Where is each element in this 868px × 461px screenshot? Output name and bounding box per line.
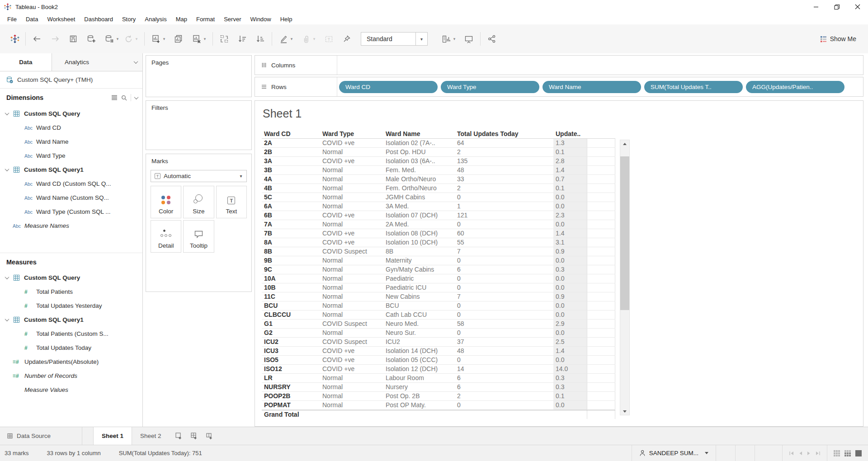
cell[interactable]: 0 [455, 310, 553, 319]
row-header[interactable]: 2A [262, 139, 320, 147]
field-total-updates-yesterday[interactable]: #Total Updates Yesterday [0, 299, 142, 313]
cell[interactable]: Gyn/Maty Cabins [383, 265, 455, 274]
field-measure-names[interactable]: AbcMeasure Names [0, 219, 142, 233]
swap-rows-columns-icon[interactable] [218, 32, 230, 46]
table-row-2a[interactable]: 2ACOVID +veIsolation 02 (7A-..641.3 [262, 139, 615, 148]
scroll-up-button[interactable] [620, 140, 629, 147]
previous-icon[interactable] [799, 451, 802, 456]
cell[interactable]: Labour Room [383, 374, 455, 382]
cell[interactable]: Normal [320, 301, 383, 310]
cell[interactable]: Normal [320, 193, 383, 202]
field-ward-name[interactable]: AbcWard Name [0, 135, 142, 149]
row-header[interactable]: 8B [262, 247, 320, 256]
table-row-6a[interactable]: 6ANormal3A Med.10.0 [262, 202, 615, 211]
cell[interactable]: 7 [455, 247, 553, 256]
refresh-caret[interactable]: ▾ [134, 37, 139, 41]
row-header[interactable]: 4A [262, 175, 320, 183]
cell[interactable]: Male Ortho/Neuro [383, 175, 455, 183]
cell[interactable]: 0.3 [553, 374, 587, 382]
menu-story[interactable]: Story [118, 14, 140, 24]
field-updates-patients-absolute[interactable]: =#Updates/Patients(Absolute) [0, 355, 142, 369]
new-dashboard-button[interactable] [188, 430, 201, 442]
size-button[interactable]: Size [183, 186, 214, 218]
new-data-source-icon[interactable] [85, 32, 97, 46]
cell[interactable]: 48 [455, 347, 553, 355]
row-header[interactable]: 5C [262, 193, 320, 202]
highlight-caret[interactable]: ▾ [289, 37, 294, 41]
cell[interactable]: Isolation 12 (DCH) [383, 365, 455, 373]
data-source-item[interactable]: Custom SQL Query+ (TMH) [0, 71, 142, 89]
cell[interactable]: 2A Med. [383, 220, 455, 229]
cell[interactable]: 0.0 [553, 220, 587, 229]
table-row-popmat[interactable]: POPMATNormalPost OP Maty.00.0 [262, 401, 615, 410]
table-row-iso12[interactable]: ISO12COVID +veIsolation 12 (DCH)1414.0 [262, 365, 615, 374]
row-header[interactable]: NURSRY [262, 383, 320, 391]
cell[interactable]: 0 [455, 329, 553, 337]
mark-type-caret[interactable]: ▾ [236, 174, 246, 179]
cell[interactable]: 0 [455, 274, 553, 283]
cell[interactable]: Normal [320, 265, 383, 274]
redo-icon[interactable] [49, 32, 61, 46]
row-header[interactable]: G1 [262, 320, 320, 328]
field-group-custom-sql-query1[interactable]: Custom SQL Query1 [0, 313, 142, 327]
sort-ascending-icon[interactable] [236, 32, 248, 46]
cell[interactable]: COVID +ve [320, 365, 383, 373]
column-header-ward-type[interactable]: Ward Type [320, 129, 383, 138]
cell[interactable]: JGMH Cabins [383, 193, 455, 202]
row-header[interactable]: 10A [262, 274, 320, 283]
row-header[interactable]: BCU [262, 301, 320, 310]
cell[interactable]: 0.0 [553, 301, 587, 310]
cell[interactable]: 1.4 [553, 229, 587, 238]
field-group-custom-sql-query[interactable]: Custom SQL Query [0, 271, 142, 285]
menu-data[interactable]: Data [21, 14, 42, 24]
field-ward-name-custom-sq[interactable]: AbcWard Name (Custom SQ... [0, 191, 142, 205]
cell[interactable]: Normal [320, 374, 383, 382]
table-row-8b[interactable]: 8BCOVID Suspect8B70.9 [262, 247, 615, 256]
next-icon[interactable] [807, 451, 811, 456]
row-header[interactable]: 11C [262, 292, 320, 301]
cell[interactable]: 60 [455, 229, 553, 238]
table-row-10b[interactable]: 10BNormalPaediatric ICU00.0 [262, 283, 615, 292]
cell[interactable]: 2.9 [553, 320, 587, 328]
table-row-7b[interactable]: 7BCOVID +veIsolation 08 (DCH)601.4 [262, 229, 615, 238]
cell[interactable]: Normal [320, 166, 383, 174]
cell[interactable]: Normal [320, 329, 383, 337]
cell[interactable]: Post Op. HDU [383, 148, 455, 156]
row-header[interactable]: ICU3 [262, 347, 320, 355]
cell[interactable]: Normal [320, 256, 383, 265]
table-row-5c[interactable]: 5CNormalJGMH Cabins00.0 [262, 193, 615, 202]
menu-worksheet[interactable]: Worksheet [42, 14, 80, 24]
cell[interactable]: Post OP Maty. [383, 401, 455, 409]
row-header[interactable]: POOP2B [262, 392, 320, 400]
cell[interactable]: Normal [320, 401, 383, 409]
cell[interactable]: Post Op. 2B [383, 392, 455, 400]
collapse-caret[interactable] [5, 111, 9, 115]
field-group-custom-sql-query[interactable]: Custom SQL Query [0, 107, 142, 121]
scrollbar-thumb[interactable] [620, 156, 629, 310]
row-header[interactable]: 7B [262, 229, 320, 238]
sort-descending-icon[interactable] [255, 32, 266, 46]
fit-select[interactable]: Standard ▾ [361, 32, 428, 46]
row-header[interactable]: ISO5 [262, 356, 320, 364]
pause-auto-updates-icon[interactable] [104, 32, 115, 46]
cell[interactable]: 2.5 [553, 338, 587, 346]
cell[interactable]: Neuro Sur. [383, 329, 455, 337]
row-header[interactable]: 8A [262, 238, 320, 247]
collapse-caret[interactable] [5, 275, 9, 279]
cell[interactable]: COVID +ve [320, 157, 383, 165]
table-row-4b[interactable]: 4BNormalFem. Ortho/Neuro20.1 [262, 184, 615, 193]
cell[interactable]: Normal [320, 392, 383, 400]
row-header[interactable]: 3B [262, 166, 320, 174]
pin-icon[interactable] [341, 32, 353, 46]
column-header-update[interactable]: Update.. [553, 129, 587, 138]
cell[interactable]: COVID Suspect [320, 338, 383, 346]
field-ward-type-custom-sql[interactable]: AbcWard Type (Custom SQL ... [0, 205, 142, 219]
paperclip-icon[interactable] [300, 32, 312, 46]
cell[interactable]: BCU [383, 301, 455, 310]
table-row-11c[interactable]: 11CNormalNew Cabins70.9 [262, 292, 615, 301]
clear-sheet-icon[interactable] [191, 32, 203, 46]
table-row-bcu[interactable]: BCUNormalBCU00.0 [262, 301, 615, 310]
menu-help[interactable]: Help [276, 14, 297, 24]
cell[interactable]: COVID +ve [320, 238, 383, 247]
cell[interactable]: Nursery [383, 383, 455, 391]
